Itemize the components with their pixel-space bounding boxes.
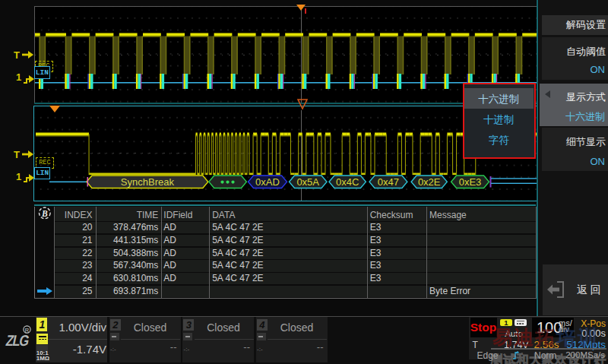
svg-text:B: B — [40, 209, 47, 218]
svg-text:R: R — [25, 327, 30, 334]
svg-text:ZLG: ZLG — [5, 331, 31, 349]
svg-text:0xAD: 0xAD — [255, 176, 280, 188]
svg-text:SynchBreak: SynchBreak — [121, 176, 175, 188]
svg-text:0x47: 0x47 — [378, 176, 399, 188]
svg-text:0x2E: 0x2E — [418, 176, 441, 188]
svg-text:0x4C: 0x4C — [336, 176, 359, 188]
svg-text:0x5A: 0x5A — [296, 176, 319, 188]
svg-text:0xE3: 0xE3 — [459, 176, 482, 188]
